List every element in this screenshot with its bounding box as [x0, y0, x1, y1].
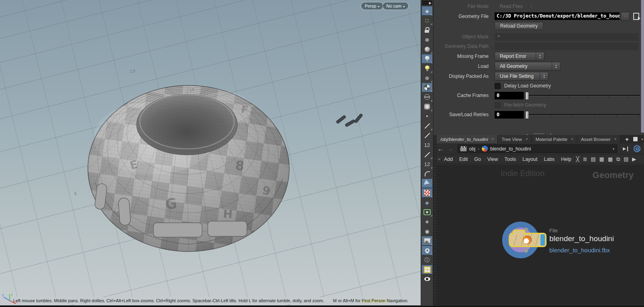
- close-icon[interactable]: ×: [492, 137, 494, 141]
- headlight-only-icon[interactable]: [421, 44, 433, 54]
- pane-tab[interactable]: Material Palette ×: [532, 135, 577, 143]
- menu-item[interactable]: Layout: [519, 156, 541, 162]
- prefetch-geometry-checkbox[interactable]: [495, 102, 501, 108]
- node-output-connector[interactable]: [524, 248, 528, 253]
- geometry-data-path-input[interactable]: [495, 43, 638, 50]
- menu-item[interactable]: View: [484, 156, 501, 162]
- pane-drag-handle[interactable]: [433, 135, 437, 307]
- pin-pane-icon[interactable]: [623, 147, 629, 151]
- wire-over-shaded-icon[interactable]: [421, 92, 433, 102]
- cache-frames-input[interactable]: 0: [495, 92, 524, 99]
- view-location-icon[interactable]: [421, 246, 433, 255]
- load-select[interactable]: All Geometry ▴▾: [495, 62, 561, 71]
- object-mask-input[interactable]: *: [495, 33, 638, 41]
- shading-mode-icon[interactable]: ◈: [421, 6, 433, 16]
- chevron-down-icon: ▾: [403, 5, 405, 8]
- toolbar-collapse-icon[interactable]: ▶: [422, 0, 432, 5]
- new-tab-button[interactable]: +: [620, 135, 633, 143]
- close-icon[interactable]: ×: [571, 137, 573, 141]
- perspective-menu-button[interactable]: Persp▾: [361, 2, 384, 10]
- show-handles-icon[interactable]: [421, 131, 433, 140]
- menu-item[interactable]: Labs: [541, 156, 558, 162]
- back-arrow-icon[interactable]: ←: [437, 145, 443, 152]
- tools-icon[interactable]: ╳: [576, 156, 579, 162]
- display-packed-as-select[interactable]: Use File Setting ▴▾: [495, 72, 549, 81]
- ghost-objects-icon[interactable]: [421, 102, 433, 111]
- network-editor[interactable]: Indie Edition Geometry File blender_to_h…: [433, 164, 644, 306]
- save-load-retries-slider[interactable]: [525, 111, 640, 119]
- menu-overflow-icon[interactable]: ▶: [632, 156, 636, 162]
- stepper-icon[interactable]: ▴▾: [527, 2, 535, 10]
- viewport-layout-icon[interactable]: [421, 265, 433, 274]
- uv-overlay-icon[interactable]: [421, 207, 433, 217]
- info-icon[interactable]: ⓘ: [421, 255, 433, 265]
- stepper-icon[interactable]: ▴▾: [552, 62, 560, 70]
- follow-selection-icon[interactable]: [634, 145, 640, 152]
- high-quality-lighting-icon[interactable]: [421, 63, 433, 73]
- visibility-eye-icon[interactable]: [421, 274, 433, 284]
- donut-model: G78F9HE: [88, 85, 289, 252]
- smooth-shaded-icon[interactable]: [421, 83, 433, 92]
- pane-maximize-icon[interactable]: [633, 137, 638, 141]
- pane-menu-icon[interactable]: ▾: [641, 137, 643, 141]
- node-file-label[interactable]: blender_to_houdini.fbx: [549, 247, 610, 254]
- list-view-icon[interactable]: ▤: [591, 156, 596, 162]
- geometry-file-input[interactable]: C:/3D Projects/Donut/export/blender_to_h…: [495, 12, 620, 20]
- display-brush-icon[interactable]: [421, 150, 433, 159]
- missing-frame-select[interactable]: Report Error ▴▾: [495, 52, 545, 61]
- frame-count-icon[interactable]: 12: [421, 140, 433, 150]
- brush-frame-icon[interactable]: 12: [421, 159, 433, 169]
- forward-arrow-icon[interactable]: →: [447, 145, 453, 152]
- menu-item[interactable]: Help: [558, 156, 574, 162]
- breadcrumb-root[interactable]: obj: [469, 146, 475, 152]
- file-node[interactable]: [509, 233, 547, 247]
- color-palette-grid-icon[interactable]: ▦: [599, 156, 604, 162]
- node-name-label[interactable]: blender_to_houdini: [549, 234, 614, 243]
- sticky-note-icon[interactable]: ▤: [624, 156, 628, 162]
- disable-lighting-icon[interactable]: ⊗: [421, 35, 433, 44]
- show-markers-icon[interactable]: [421, 121, 433, 131]
- group-divider-dot-icon[interactable]: [421, 111, 433, 121]
- dotted-grid-icon[interactable]: ▩: [608, 156, 612, 162]
- normal-lighting-icon[interactable]: [421, 54, 433, 63]
- menu-item[interactable]: Edit: [456, 156, 471, 162]
- cache-frames-slider[interactable]: [525, 91, 640, 99]
- slider-handle[interactable]: [525, 111, 529, 119]
- node-display-flag[interactable]: [541, 234, 545, 246]
- reload-geometry-button[interactable]: Reload Geometry: [495, 22, 543, 30]
- reflection-diamond-icon[interactable]: ◈: [421, 198, 433, 207]
- handle-curve-icon[interactable]: [421, 169, 433, 178]
- breadcrumb[interactable]: obj › blender_to_houdini ▾: [457, 145, 617, 153]
- scene-viewport[interactable]: G78F9HE -15 -10 5: [0, 0, 421, 307]
- stepper-icon[interactable]: ▴▾: [536, 52, 544, 60]
- pane-tab[interactable]: Asset Browser ×: [577, 135, 620, 143]
- wind-fan-icon[interactable]: ∗: [421, 217, 433, 226]
- wireframe-display-icon[interactable]: □: [421, 16, 433, 25]
- file-chooser-icon[interactable]: [633, 13, 639, 20]
- file-mode-select[interactable]: Read Files ▴▾: [495, 2, 536, 11]
- menu-item[interactable]: Go: [471, 156, 484, 162]
- pane-tab[interactable]: Tree View ×: [498, 135, 532, 143]
- background-checker-icon[interactable]: [421, 188, 433, 198]
- camera-select-button[interactable]: No cam▾: [382, 2, 409, 10]
- delay-load-geometry-checkbox[interactable]: [495, 83, 501, 89]
- slider-handle[interactable]: [525, 92, 529, 100]
- tree-hierarchy-icon[interactable]: ≣: [583, 156, 587, 162]
- stroke-menu-icon[interactable]: ◉: [421, 226, 433, 236]
- breadcrumb-current[interactable]: blender_to_houdini: [490, 146, 531, 152]
- stepper-icon[interactable]: ▴▾: [540, 72, 548, 80]
- snapshot-icon[interactable]: [421, 236, 433, 246]
- close-icon[interactable]: ×: [526, 137, 528, 141]
- menu-item[interactable]: Tools: [501, 156, 519, 162]
- view-cone-icon[interactable]: [421, 178, 433, 188]
- save-load-retries-input[interactable]: 0: [495, 111, 524, 119]
- file-history-dropdown-button[interactable]: ▾: [621, 12, 630, 21]
- layered-panes-icon[interactable]: ⧉: [616, 156, 620, 162]
- lock-view-icon[interactable]: [421, 25, 433, 35]
- pane-tab[interactable]: /obj/blender_to_houdini ×: [437, 135, 498, 143]
- close-icon[interactable]: ×: [614, 137, 616, 141]
- add-light-icon[interactable]: ⊕: [421, 73, 433, 83]
- chevron-down-icon[interactable]: ▾: [612, 147, 614, 151]
- menu-item[interactable]: Add: [441, 156, 456, 162]
- scrollbar[interactable]: [641, 0, 644, 133]
